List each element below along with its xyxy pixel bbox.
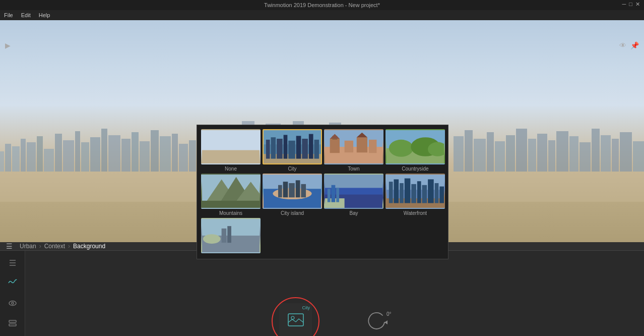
svg-rect-95: [301, 184, 306, 197]
minimize-button[interactable]: ─: [622, 1, 626, 8]
svg-rect-8: [63, 140, 74, 172]
grid-label-waterfront: Waterfront: [404, 210, 427, 216]
grid-item-waterfront[interactable]: Waterfront: [385, 174, 445, 216]
svg-rect-115: [439, 187, 444, 203]
breadcrumb-context[interactable]: Context: [44, 243, 65, 250]
svg-rect-41: [548, 140, 555, 172]
grid-thumb-waterfront: [385, 174, 445, 209]
grid-item-mountains[interactable]: Mountains: [201, 174, 261, 216]
svg-rect-107: [394, 179, 399, 203]
svg-rect-66: [302, 139, 308, 159]
viewport-controls: 👁 📌: [619, 41, 639, 49]
svg-rect-3: [21, 139, 26, 172]
svg-rect-60: [266, 140, 270, 159]
svg-rect-15: [132, 132, 139, 172]
svg-rect-110: [411, 184, 416, 203]
grid-label-bay: Bay: [349, 210, 358, 216]
breadcrumb-urban[interactable]: Urban: [20, 243, 36, 250]
svg-rect-7: [55, 134, 62, 172]
svg-rect-111: [417, 181, 421, 203]
svg-rect-56: [202, 150, 260, 163]
svg-rect-120: [227, 226, 231, 243]
grid-thumb-mountains: [201, 174, 261, 209]
svg-rect-18: [160, 136, 171, 172]
svg-rect-46: [601, 135, 611, 172]
grid-item-bay[interactable]: Bay: [324, 174, 383, 216]
svg-rect-75: [369, 140, 376, 153]
svg-rect-12: [101, 129, 107, 172]
sidebar-eye-icon[interactable]: [5, 295, 21, 311]
picture-control[interactable]: City Picture: [278, 303, 313, 336]
sidebar-graph-icon[interactable]: [5, 275, 21, 291]
controls-bar: City Picture 0°: [25, 303, 644, 336]
svg-point-122: [291, 316, 294, 319]
svg-rect-94: [296, 180, 300, 197]
svg-rect-20: [179, 144, 188, 172]
grid-item-none[interactable]: None: [201, 129, 261, 172]
svg-rect-74: [357, 137, 367, 152]
svg-rect-47: [612, 139, 619, 172]
pin-control[interactable]: 📌: [630, 41, 639, 49]
grid-item-city[interactable]: City: [263, 129, 322, 172]
rotation-svg-icon: [366, 311, 389, 333]
svg-rect-11: [90, 137, 100, 172]
svg-rect-113: [428, 179, 434, 203]
rotation-value: 0°: [387, 311, 392, 317]
svg-rect-14: [121, 139, 131, 172]
grid-thumb-none: [201, 129, 261, 164]
sidebar-layers-icon[interactable]: [5, 315, 21, 331]
svg-rect-73: [345, 141, 353, 153]
svg-rect-35: [487, 132, 494, 172]
breadcrumb-arrow-1: ›: [39, 243, 41, 250]
svg-rect-65: [296, 136, 301, 158]
grid-item-countryside[interactable]: Countryside: [385, 129, 445, 172]
title-text: Twinmotion 2019 Demonstration - New proj…: [264, 2, 380, 8]
maximize-button[interactable]: □: [629, 1, 632, 8]
svg-rect-37: [506, 135, 515, 172]
svg-rect-112: [422, 185, 427, 203]
grid-thumb-bay: [324, 174, 383, 209]
svg-rect-21: [189, 140, 196, 172]
svg-rect-33: [465, 130, 473, 172]
grid-item-town[interactable]: Town: [324, 129, 383, 172]
svg-rect-0: [0, 151, 4, 172]
background-grid-popup: None: [197, 125, 448, 259]
grid-item-partial[interactable]: [201, 218, 261, 255]
grid-item-cityisland[interactable]: City island: [263, 174, 322, 216]
picture-city-badge: City: [302, 305, 310, 310]
svg-rect-9: [75, 131, 80, 172]
play-button[interactable]: ▶: [5, 41, 11, 49]
hamburger-icon[interactable]: ☰: [6, 242, 13, 250]
svg-point-118: [203, 234, 221, 244]
svg-rect-40: [537, 134, 547, 172]
svg-rect-93: [289, 183, 295, 197]
svg-rect-119: [222, 229, 227, 243]
svg-rect-54: [9, 324, 16, 326]
svg-rect-49: [633, 141, 644, 172]
menu-help[interactable]: Help: [39, 12, 50, 18]
svg-rect-16: [140, 141, 150, 172]
svg-rect-42: [556, 131, 568, 172]
svg-rect-44: [579, 142, 591, 172]
svg-rect-63: [284, 135, 288, 158]
sidebar-nav-icon[interactable]: [5, 255, 21, 271]
svg-point-80: [389, 140, 413, 157]
svg-rect-102: [336, 188, 339, 202]
breadcrumb-arrow-2: ›: [68, 243, 70, 250]
bottom-panel: ☰ Urban › Context › Background: [0, 242, 644, 336]
menu-file[interactable]: File: [4, 12, 13, 18]
grid-thumb-town: [324, 129, 383, 164]
svg-rect-43: [569, 136, 578, 172]
svg-rect-5: [37, 136, 43, 172]
eye-control[interactable]: 👁: [619, 41, 626, 49]
menu-edit[interactable]: Edit: [21, 12, 31, 18]
close-button[interactable]: ✕: [635, 1, 640, 8]
breadcrumb-background[interactable]: Background: [73, 243, 105, 250]
svg-rect-36: [495, 141, 505, 172]
rotation-control[interactable]: 0° Rotation: [364, 308, 392, 336]
svg-rect-4: [27, 142, 36, 172]
svg-rect-1: [5, 144, 11, 172]
grid-label-none: None: [225, 166, 237, 172]
svg-rect-2: [12, 146, 20, 172]
svg-rect-61: [271, 137, 276, 158]
